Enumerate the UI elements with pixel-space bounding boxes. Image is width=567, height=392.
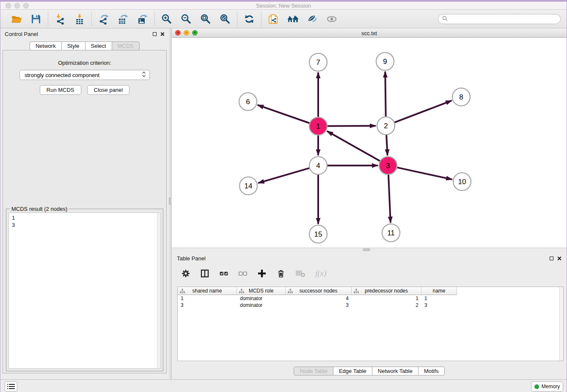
zoom-in-icon[interactable] xyxy=(161,13,173,25)
select-all-checkboxes-icon[interactable] xyxy=(219,269,228,278)
close-panel-button[interactable]: Close panel xyxy=(87,85,130,95)
float-panel-icon[interactable] xyxy=(153,32,157,36)
tab-edge-table[interactable]: Edge Table xyxy=(333,367,372,375)
graph-edge-3-10[interactable] xyxy=(397,168,452,179)
show-all-icon[interactable] xyxy=(326,13,338,25)
graph-edge-2-8[interactable] xyxy=(395,101,452,123)
mcds-result-scrollbar[interactable] xyxy=(157,213,160,368)
column-settings-icon[interactable] xyxy=(181,269,190,278)
refresh-layout-icon[interactable] xyxy=(243,13,255,25)
memory-button-label: Memory xyxy=(542,384,560,389)
divider-grip[interactable] xyxy=(363,248,370,251)
column-header-shared-name[interactable]: shared name xyxy=(178,287,237,295)
import-network-icon[interactable] xyxy=(54,13,66,25)
graph-node-label: 11 xyxy=(387,229,395,237)
column-namespace-icon xyxy=(288,289,293,295)
graph-edge-2-9[interactable] xyxy=(385,72,385,116)
tab-motifs[interactable]: Motifs xyxy=(418,367,445,375)
graph-node-label: 7 xyxy=(316,58,320,66)
import-table-icon[interactable] xyxy=(74,13,85,25)
graph-node-label: 15 xyxy=(314,230,322,238)
table-cell[interactable]: 2 xyxy=(352,302,421,309)
application-window: Session: New Session xyxy=(0,0,567,392)
tab-style[interactable]: Style xyxy=(61,41,85,50)
graph-edge-2-3[interactable] xyxy=(386,135,388,155)
export-network-icon[interactable] xyxy=(98,13,110,25)
graph-edge-1-6[interactable] xyxy=(258,105,310,123)
graph-edge-3-1[interactable] xyxy=(327,131,380,161)
search-box[interactable] xyxy=(438,14,561,24)
table-cell[interactable]: 3 xyxy=(421,302,457,309)
float-table-panel-icon[interactable] xyxy=(550,257,553,260)
column-header-successor-nodes[interactable]: successor nodes xyxy=(286,287,352,295)
table-cell[interactable]: 3 xyxy=(178,302,237,309)
search-input[interactable] xyxy=(450,15,560,23)
apply-function-icon[interactable]: f(x) xyxy=(315,269,326,278)
graph-node-label: 3 xyxy=(386,162,390,170)
column-header-label: successor nodes xyxy=(299,288,337,294)
network-window-titlebar: × − + scc.txt xyxy=(172,28,567,38)
graph-edge-4-14[interactable] xyxy=(258,168,309,183)
zoom-out-icon[interactable] xyxy=(180,13,192,25)
tab-network-table[interactable]: Network Table xyxy=(372,367,418,375)
panel-split-divider[interactable] xyxy=(169,28,171,380)
tab-node-table[interactable]: Node Table xyxy=(294,367,333,375)
divider-grip[interactable] xyxy=(169,198,171,204)
optimization-criterion-label: Optimization criterion: xyxy=(3,60,166,66)
main-toolbar xyxy=(0,10,567,28)
network-graph: 7968124314101511 xyxy=(172,38,567,248)
table-cell[interactable]: 3 xyxy=(286,302,352,309)
delete-table-icon[interactable] xyxy=(295,269,306,278)
window-titlebar: Session: New Session xyxy=(0,0,567,10)
table-row[interactable]: 3dominator323 xyxy=(178,302,563,309)
table-scrollbar[interactable] xyxy=(559,287,563,361)
add-column-icon[interactable] xyxy=(257,269,267,278)
mcds-result-box: MCDS result (2 nodes) 13 xyxy=(6,209,163,371)
mcds-result-line: 1 xyxy=(12,214,157,221)
first-neighbors-icon[interactable] xyxy=(287,13,299,25)
table-row[interactable]: 1dominator411 xyxy=(178,295,563,302)
window-title: Session: New Session xyxy=(0,3,567,9)
table-cell[interactable]: 4 xyxy=(286,295,352,302)
graph-node-label: 2 xyxy=(384,122,388,130)
criterion-select[interactable]: strongly connected component xyxy=(19,70,150,80)
zoom-fit-icon[interactable] xyxy=(200,13,212,25)
close-panel-icon[interactable] xyxy=(160,32,165,36)
close-table-panel-icon[interactable] xyxy=(557,256,561,261)
tab-select[interactable]: Select xyxy=(85,41,112,50)
show-columns-icon[interactable] xyxy=(200,269,209,278)
export-table-icon[interactable] xyxy=(117,13,129,25)
table-cell[interactable]: 1 xyxy=(421,295,457,302)
column-header-MCDS-role[interactable]: MCDS role xyxy=(237,287,286,295)
table-cell[interactable]: 1 xyxy=(352,295,421,302)
mcds-result-line: 3 xyxy=(12,221,157,229)
column-header-label: shared name xyxy=(192,288,222,294)
clone-network-icon[interactable] xyxy=(267,13,279,25)
column-namespace-icon xyxy=(239,289,244,295)
mcds-result-textarea[interactable]: 13 xyxy=(8,213,161,369)
task-history-button[interactable] xyxy=(5,381,17,392)
tab-network[interactable]: Network xyxy=(30,41,62,50)
graph-edge-3-11[interactable] xyxy=(388,175,391,223)
zoom-selected-icon[interactable] xyxy=(219,13,231,25)
unselect-all-checkboxes-icon[interactable] xyxy=(238,269,248,278)
run-mcds-button[interactable]: Run MCDS xyxy=(40,85,81,95)
hide-selected-icon[interactable] xyxy=(306,13,318,25)
tab-mcds[interactable]: MCDS xyxy=(112,41,140,50)
table-cell[interactable]: 1 xyxy=(178,295,237,302)
export-image-icon[interactable] xyxy=(137,13,149,25)
search-icon xyxy=(442,15,448,23)
column-header-predecessor-nodes[interactable]: predecessor nodes xyxy=(352,287,421,295)
network-canvas[interactable]: 7968124314101511 xyxy=(172,38,567,248)
graph-node-label: 4 xyxy=(316,162,320,170)
graph-edge-1-2[interactable] xyxy=(328,126,376,126)
table-cell[interactable]: dominator xyxy=(237,302,286,309)
table-cell[interactable]: dominator xyxy=(237,295,286,302)
save-session-icon[interactable] xyxy=(30,13,42,25)
delete-column-icon[interactable] xyxy=(276,269,286,278)
column-namespace-icon xyxy=(180,289,185,295)
open-session-icon[interactable] xyxy=(11,13,22,25)
memory-button[interactable]: Memory xyxy=(531,381,563,392)
network-table-divider[interactable] xyxy=(172,248,567,251)
column-header-name[interactable]: name xyxy=(421,287,457,295)
